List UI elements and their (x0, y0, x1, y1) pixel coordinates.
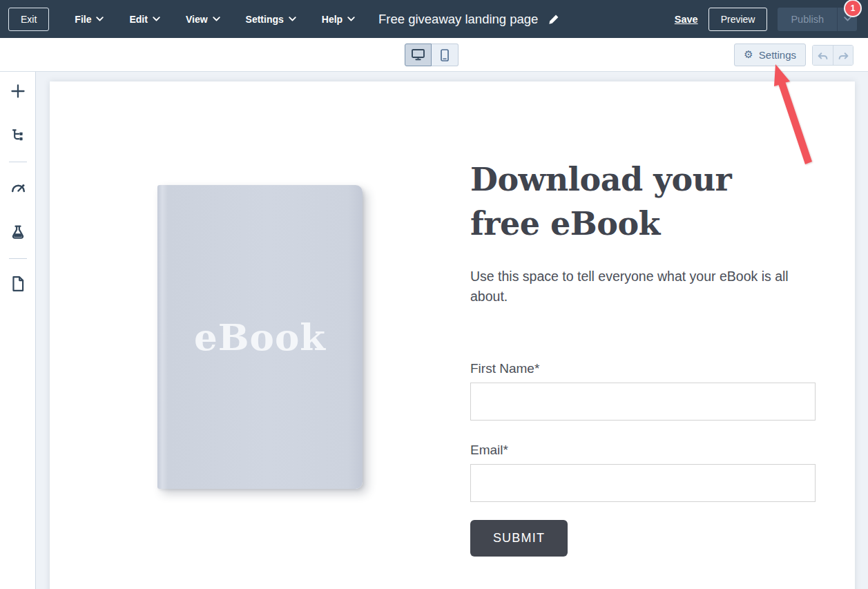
device-preview-toggle (405, 44, 459, 66)
menu-file[interactable]: File (75, 14, 104, 25)
redo-button[interactable] (833, 46, 853, 65)
document-icon (10, 276, 26, 292)
left-sidebar (0, 72, 36, 589)
submit-button[interactable]: SUBMIT (470, 520, 568, 557)
editor-toolbar: ⚙ Settings (0, 38, 868, 72)
exit-button[interactable]: Exit (8, 8, 49, 31)
email-label: Email* (470, 443, 508, 458)
optimize-gauge-button[interactable] (0, 180, 36, 194)
preview-button[interactable]: Preview (708, 8, 768, 31)
page-title: Free giveaway landing page (378, 12, 538, 27)
publish-button-label[interactable]: Publish (778, 8, 838, 31)
menu-view-label: View (186, 14, 208, 25)
chevron-down-icon (213, 17, 220, 21)
tree-icon (10, 128, 26, 143)
first-name-input[interactable] (470, 383, 816, 421)
chevron-down-icon (289, 17, 296, 21)
contents-tree-button[interactable] (0, 128, 36, 143)
test-flask-button[interactable] (0, 224, 36, 240)
flask-icon (10, 224, 26, 240)
menu-settings-label: Settings (246, 14, 284, 25)
page-title-group: Free giveaway landing page (378, 0, 559, 38)
save-link[interactable]: Save (675, 14, 698, 25)
add-icon (10, 83, 26, 99)
undo-icon (817, 51, 829, 59)
email-input[interactable] (470, 464, 816, 502)
lead-capture-form: First Name* Email* SUBMIT (470, 307, 816, 557)
editor-top-bar: Exit File Edit View Settings Help Free g… (0, 0, 868, 38)
menu-help[interactable]: Help (322, 14, 355, 25)
sidebar-divider (9, 258, 27, 259)
add-module-button[interactable] (0, 83, 36, 99)
page-heading[interactable]: Download your free eBook (470, 157, 789, 246)
menu-settings[interactable]: Settings (246, 14, 296, 25)
editor-main-area: eBook Download your free eBook Use this … (0, 72, 868, 589)
settings-button-label: Settings (759, 49, 796, 61)
redo-icon (838, 51, 849, 59)
first-name-label: First Name* (470, 361, 539, 376)
landing-page-preview: eBook Download your free eBook Use this … (50, 81, 855, 589)
editor-canvas: eBook Download your free eBook Use this … (37, 72, 868, 589)
hero-content-column: Download your free eBook Use this space … (470, 81, 816, 557)
chevron-down-icon (347, 17, 355, 21)
gauge-icon (10, 180, 26, 194)
sidebar-divider (9, 162, 27, 162)
ebook-cover-text: eBook (194, 316, 326, 358)
menu-edit-label: Edit (129, 14, 147, 25)
mobile-phone-icon (441, 49, 449, 61)
desktop-view-button[interactable] (405, 44, 432, 66)
publish-split-button[interactable]: Publish 1 (778, 8, 857, 31)
settings-button[interactable]: ⚙ Settings (734, 44, 806, 66)
menu-view[interactable]: View (186, 14, 220, 25)
menu-file-label: File (75, 14, 91, 25)
page-description[interactable]: Use this space to tell everyone what you… (470, 267, 816, 307)
menu-help-label: Help (322, 14, 343, 25)
publish-notification-badge: 1 (845, 1, 860, 16)
ebook-cover-image[interactable]: eBook (157, 185, 363, 489)
page-document-button[interactable] (0, 276, 36, 292)
edit-title-pencil-icon[interactable] (548, 14, 559, 25)
gear-icon: ⚙ (744, 50, 753, 60)
undo-button[interactable] (813, 46, 833, 65)
undo-redo-group (812, 45, 853, 66)
chevron-down-icon (153, 17, 160, 21)
chevron-down-icon (96, 17, 104, 21)
menu-edit[interactable]: Edit (129, 14, 160, 25)
desktop-monitor-icon (412, 49, 425, 61)
topbar-actions: Save Preview Publish 1 (675, 0, 857, 38)
mobile-view-button[interactable] (432, 44, 459, 66)
